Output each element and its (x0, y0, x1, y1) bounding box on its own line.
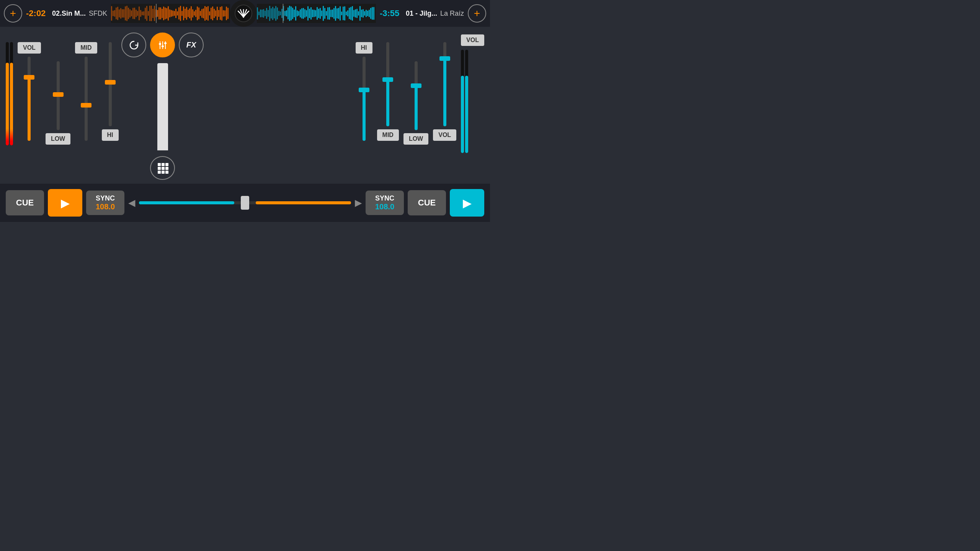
left-mid-label[interactable]: MID (75, 42, 97, 54)
right-deck-info: -3:55 01 - Jilg... La Raíz (380, 8, 464, 18)
left-low-label[interactable]: LOW (46, 133, 70, 145)
right-sync-value: 108.0 (372, 202, 397, 211)
left-play-icon: ▶ (61, 196, 70, 210)
left-hi-track[interactable] (109, 42, 112, 126)
left-hi-fader: HI (102, 42, 119, 141)
right-sync-button[interactable]: SYNC 108.0 (366, 191, 404, 215)
left-mixer: VOL LOW MID HI (0, 31, 124, 180)
right-time: -3:55 (380, 8, 403, 18)
left-vu-meter (6, 34, 13, 138)
eq-icon (157, 39, 168, 51)
fx-label: FX (186, 41, 196, 49)
left-sync-label: SYNC (96, 194, 115, 202)
svg-rect-14 (162, 171, 165, 174)
right-vol-fader: VOL (433, 42, 456, 141)
svg-rect-12 (165, 167, 168, 170)
crossfader-handle[interactable] (241, 196, 249, 210)
cf-fill-right (256, 201, 351, 204)
right-cue-button[interactable]: CUE (408, 190, 446, 215)
left-hi-label[interactable]: HI (102, 129, 119, 141)
left-mid-handle[interactable] (81, 103, 91, 108)
right-hi-label[interactable]: HI (356, 42, 372, 54)
left-vol-fader: VOL (18, 42, 41, 141)
left-track-artist: SFDK (89, 10, 107, 18)
left-vol-handle[interactable] (24, 75, 34, 80)
right-mid-track[interactable] (386, 42, 389, 126)
right-hi-handle[interactable] (359, 88, 369, 92)
left-mid-fader: MID (75, 42, 97, 141)
add-left-button[interactable]: + (4, 4, 22, 23)
right-mixer: HI MID LOW (201, 31, 490, 180)
top-bar: + -2:02 02.Sin M... SFDK -3:55 01 - Jilg… (0, 0, 490, 27)
right-mid-fill (386, 80, 389, 126)
left-sync-value: 108.0 (93, 202, 118, 211)
eq-button[interactable] (150, 33, 175, 57)
right-low-fill (415, 85, 418, 130)
left-cue-button[interactable]: CUE (6, 190, 44, 215)
right-sync-label: SYNC (375, 194, 394, 202)
left-low-handle[interactable] (53, 92, 64, 97)
reset-button[interactable] (121, 33, 146, 57)
left-mid-track[interactable] (85, 57, 88, 141)
right-mid-handle[interactable] (382, 77, 393, 82)
right-vol-label[interactable]: VOL (433, 129, 456, 141)
right-mid-label[interactable]: MID (377, 129, 399, 141)
right-hi-fill (363, 90, 366, 141)
logo-button[interactable] (230, 0, 257, 27)
svg-rect-6 (164, 42, 167, 44)
fx-button[interactable]: FX (179, 33, 204, 57)
right-low-handle[interactable] (411, 83, 421, 88)
svg-rect-5 (162, 46, 164, 47)
right-low-fader: LOW (403, 61, 428, 145)
right-low-track[interactable] (415, 61, 418, 130)
left-sync-button[interactable]: SYNC 108.0 (86, 191, 124, 215)
bottom-bar: CUE ▶ SYNC 108.0 ◀ ▶ SYNC 108.0 CUE ▶ (0, 184, 490, 222)
svg-rect-7 (158, 163, 161, 166)
right-waveform-canvas (257, 4, 376, 23)
left-hi-handle[interactable] (105, 80, 116, 85)
right-mid-fader: MID (377, 42, 399, 141)
mixer-area: VOL LOW MID HI (0, 27, 490, 184)
channel-fader-handle[interactable] (157, 89, 168, 108)
left-track-title: 02.Sin M... (52, 10, 86, 18)
right-play-icon: ▶ (463, 196, 472, 210)
right-hi-track[interactable] (363, 57, 366, 141)
center-button-row: FX (121, 33, 204, 57)
right-waveform[interactable] (257, 4, 376, 23)
left-vol-track[interactable] (28, 57, 31, 141)
right-vol-fill (443, 59, 446, 126)
right-vu-bar-2 (465, 76, 468, 153)
right-track-title: 01 - Jilg... (406, 10, 437, 18)
right-vol-track[interactable] (443, 42, 446, 126)
cf-fill-left (139, 201, 234, 204)
left-deck-info: -2:02 02.Sin M... SFDK (26, 8, 107, 18)
grid-icon (157, 162, 169, 174)
left-low-fader: LOW (46, 61, 70, 145)
left-waveform[interactable] (111, 4, 230, 23)
left-waveform-canvas (111, 4, 230, 23)
center-controls: FX (124, 31, 201, 180)
right-vol-btn[interactable]: VOL (461, 34, 484, 46)
right-vu-meter (461, 50, 468, 153)
right-play-button[interactable]: ▶ (450, 189, 484, 217)
right-vu-section: VOL (461, 34, 484, 153)
right-vol-handle[interactable] (439, 56, 450, 61)
cf-arrow-left[interactable]: ◀ (128, 197, 135, 208)
left-vu-bar-2 (10, 63, 13, 145)
grid-button[interactable] (150, 156, 175, 180)
right-low-label[interactable]: LOW (403, 133, 428, 145)
right-hi-fader: HI (356, 42, 372, 141)
channel-fader[interactable] (157, 63, 168, 150)
crossfader-track[interactable] (139, 201, 351, 204)
svg-rect-9 (165, 163, 168, 166)
left-time: -2:02 (26, 8, 49, 18)
svg-rect-8 (162, 163, 165, 166)
cf-arrow-right[interactable]: ▶ (355, 197, 362, 208)
left-play-button[interactable]: ▶ (48, 189, 82, 217)
add-right-button[interactable]: + (468, 4, 486, 23)
left-vol-label[interactable]: VOL (18, 42, 41, 54)
left-vu-bar-1 (6, 63, 9, 145)
left-vol-fill (28, 78, 31, 141)
svg-rect-10 (158, 167, 161, 170)
left-low-track[interactable] (57, 61, 60, 130)
